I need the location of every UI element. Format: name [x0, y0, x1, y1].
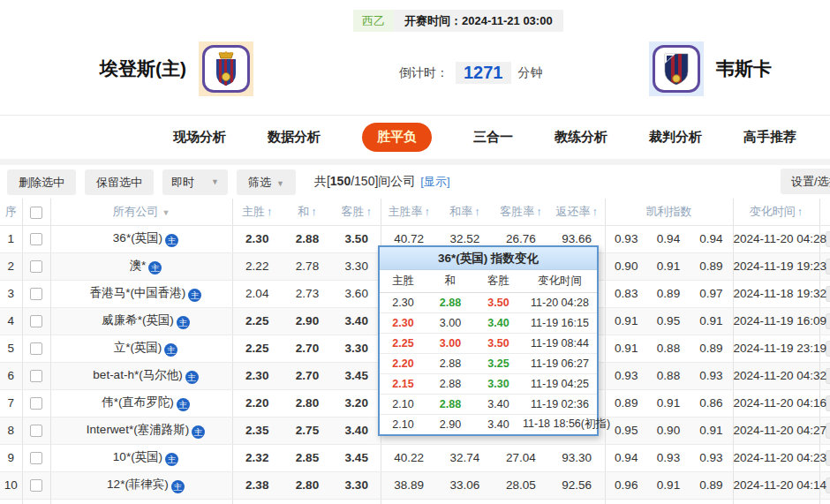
popup-history-row: 2.303.003.4011-19 16:15 [380, 312, 597, 333]
odds-home: 2.25 [232, 335, 282, 362]
company-name: 香港马*(中国香港) [90, 286, 186, 299]
popup-odds-home: 2.10 [380, 414, 426, 434]
kelly-away: 0.97 [690, 280, 733, 307]
company-cell[interactable]: 伟*(直布罗陀)主 [50, 389, 232, 417]
company-cell[interactable]: 香港马*(中国香港)主 [50, 280, 232, 307]
kelly-draw: 0.91 [647, 471, 690, 499]
column-header-变化时间[interactable]: 变化时间↑ [733, 199, 819, 225]
row-checkbox[interactable] [30, 288, 42, 300]
odds-away: 3.45 [333, 362, 381, 389]
tab-三合一[interactable]: 三合一 [473, 129, 513, 146]
main-company-badge-icon: 主 [171, 480, 185, 493]
popup-odds-away: 3.40 [474, 394, 523, 414]
rate-draw: 32.74 [437, 444, 493, 471]
company-name: 立*(英国) [114, 341, 162, 354]
kelly-away: 0.89 [690, 252, 733, 280]
column-header-和[interactable]: 和↑ [282, 199, 333, 225]
company-cell[interactable]: 36*(英国)主 [50, 225, 232, 252]
column-header-返还率[interactable]: 返还率↑ [549, 199, 605, 225]
select-all-checkbox[interactable] [30, 207, 42, 219]
main-company-badge-icon: 主 [148, 261, 162, 275]
company-name: bet-at-h*(马尔他) [93, 368, 182, 381]
tab-教练分析[interactable]: 教练分析 [555, 129, 607, 146]
tab-胜平负[interactable]: 胜平负 [362, 123, 432, 152]
row-checkbox[interactable] [30, 479, 42, 492]
row-checkbox[interactable] [30, 370, 42, 382]
column-header-主胜率[interactable]: 主胜率↑ [381, 199, 437, 225]
eldense-crest-icon [202, 45, 250, 93]
kickoff-label: 开赛时间： [404, 14, 462, 27]
change-time: 2024-11-19 19:23 [733, 252, 819, 280]
cell [549, 499, 605, 504]
filter-dropdown[interactable]: 筛选▼ [237, 169, 296, 195]
kelly-draw: 0.89 [647, 280, 690, 307]
settings-select-button[interactable]: 设置/选择 [781, 169, 830, 194]
column-header-和率[interactable]: 和率↑ [437, 199, 493, 225]
row-checkbox[interactable] [30, 397, 42, 410]
company-cell[interactable]: 12*(菲律宾)主 [50, 471, 232, 499]
kelly-away: 0.91 [690, 417, 733, 444]
company-cell[interactable]: 立*(英国)主 [50, 335, 232, 362]
instant-dropdown[interactable]: 即时▼ [162, 169, 228, 195]
company-cell[interactable]: 威廉希*(英国)主 [50, 307, 232, 335]
column-header-主胜[interactable]: 主胜↑ [232, 199, 282, 225]
cell [437, 499, 493, 504]
sort-arrow-icon: ↑ [474, 205, 480, 218]
column-label: 返还率 [556, 205, 591, 218]
delete-selected-button[interactable]: 删除选中 [7, 169, 76, 195]
change-time: 2024-11-20 04:28 [733, 225, 819, 252]
column-label: 客胜率 [500, 205, 534, 218]
league-kickoff-pill: 西乙 开赛时间：2024-11-21 03:00 [353, 10, 563, 32]
rate-return: 93.30 [549, 444, 605, 471]
company-name: 澳* [130, 259, 147, 272]
company-cell[interactable]: 澳*主 [50, 252, 232, 280]
column-header-客胜率[interactable]: 客胜率↑ [493, 199, 549, 225]
cell [0, 499, 22, 504]
company-name: 36*(英国) [113, 231, 162, 244]
tab-数据分析[interactable]: 数据分析 [268, 129, 321, 146]
odds-draw: 2.78 [282, 252, 333, 280]
cell [381, 499, 437, 504]
popup-odds-draw: 2.88 [426, 353, 474, 373]
row-checkbox[interactable] [30, 342, 42, 355]
row-checkbox[interactable] [30, 452, 42, 464]
show-link[interactable]: [显示] [420, 174, 449, 190]
row-checkbox-cell [22, 225, 50, 252]
popup-change-time: 11-19 06:27 [523, 353, 597, 373]
company-cell[interactable]: 10*(英国)主 [50, 444, 232, 471]
countdown-unit: 分钟 [518, 65, 543, 81]
league-badge: 西乙 [353, 10, 394, 32]
row-checkbox[interactable] [30, 315, 42, 327]
popup-odds-home: 2.15 [380, 373, 426, 394]
popup-change-time: 11-18 18:56(初指) [523, 414, 597, 434]
main-company-badge-icon: 主 [164, 343, 177, 357]
rate-away: 27.04 [493, 444, 549, 471]
column-header-客胜[interactable]: 客胜↑ [333, 199, 381, 225]
tab-裁判分析[interactable]: 裁判分析 [649, 129, 702, 146]
column-header-checkbox[interactable] [22, 199, 50, 225]
column-header-所有公司[interactable]: 所有公司▼ [50, 199, 232, 225]
row-checkbox[interactable] [30, 425, 42, 437]
company-cell[interactable]: bet-at-h*(马尔他)主 [50, 362, 232, 389]
company-cell[interactable]: Interwet*(塞浦路斯)主 [50, 417, 232, 444]
main-company-badge-icon: 主 [165, 234, 178, 247]
popup-odds-home: 2.30 [380, 312, 426, 333]
popup-change-time: 11-19 08:44 [523, 333, 597, 353]
row-checkbox[interactable] [30, 233, 42, 245]
table-row: 910*(英国)主2.322.853.4540.2232.7427.0493.3… [0, 444, 830, 471]
keep-selected-button[interactable]: 保留选中 [85, 169, 154, 195]
popup-odds-home: 2.25 [380, 333, 426, 353]
sort-arrow-icon: ↑ [592, 205, 599, 218]
row-checkbox-cell [22, 280, 50, 307]
kelly-draw: 0.90 [647, 417, 690, 444]
column-label: 和率 [449, 205, 472, 218]
odds-away: 3.30 [333, 252, 381, 280]
tab-现场分析[interactable]: 现场分析 [173, 129, 226, 146]
row-checkbox[interactable] [30, 260, 42, 273]
popup-odds-draw: 2.88 [426, 292, 474, 312]
row-checkbox-cell [22, 307, 50, 335]
odds-draw: 2.70 [282, 335, 333, 362]
tab-高手推荐[interactable]: 高手推荐 [743, 129, 796, 146]
company-name: 威廉希*(英国) [102, 313, 174, 327]
row-number: 3 [0, 280, 22, 307]
